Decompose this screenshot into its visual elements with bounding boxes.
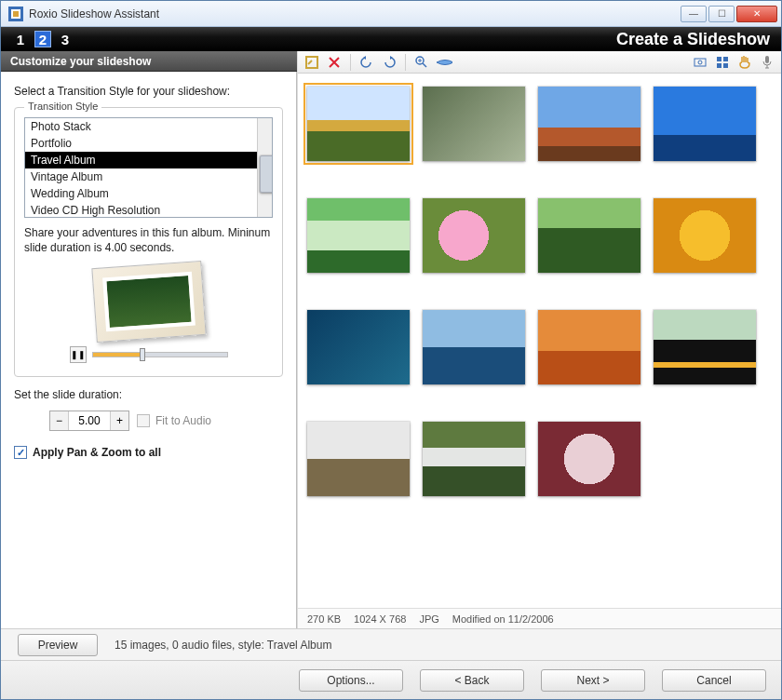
thumbnail-forest-path[interactable] [307,198,410,273]
transition-description: Share your adventures in this fun album.… [24,225,273,255]
thumbnail-meadow-trees[interactable] [538,198,640,273]
apply-pan-zoom-checkbox[interactable]: ✓ [14,446,27,459]
preview-slider[interactable] [92,352,228,357]
step-bar-title: Create a Slideshow [616,30,770,49]
thumbnail-desert-butte[interactable] [538,87,640,161]
identify-icon[interactable] [692,54,708,71]
toolbar-separator [405,54,406,71]
list-item[interactable]: Video CD High Resolution [25,202,257,218]
apply-pan-zoom-label: Apply Pan & Zoom to all [33,446,161,459]
subheader: Customize your slideshow [1,51,297,72]
preview-button[interactable]: Preview [18,634,98,656]
svg-point-6 [698,61,702,64]
app-window: Roxio Slideshow Assistant — ☐ ✕ 1 2 3 Cr… [0,0,782,700]
maximize-button[interactable]: ☐ [708,6,735,22]
panorama-icon[interactable] [436,54,452,71]
step-1[interactable]: 1 [12,31,29,47]
preview-progress: ❚❚ [70,346,228,363]
delete-icon[interactable] [326,54,343,71]
svg-rect-7 [717,57,721,61]
duration-row: − + Fit to Audio [14,411,283,431]
thumbnail-orange-flowers[interactable] [654,198,756,273]
gallery-toolbar [298,51,781,74]
slider-thumb[interactable] [140,348,145,361]
thumbnail-glacier-lagoon[interactable] [654,87,756,161]
scroll-thumb[interactable] [260,155,273,193]
mic-icon[interactable] [759,54,775,71]
duration-stepper[interactable]: − + [49,411,129,431]
svg-rect-10 [723,63,728,68]
duration-input[interactable] [69,411,110,430]
svg-rect-2 [13,11,19,17]
edit-icon[interactable] [303,54,320,71]
cancel-button[interactable]: Cancel [662,669,766,692]
svg-rect-3 [306,57,317,68]
thumbnail-autumn-trees[interactable] [307,87,410,161]
step-2[interactable]: 2 [34,31,51,47]
titlebar: Roxio Slideshow Assistant — ☐ ✕ [1,1,781,27]
close-button[interactable]: ✕ [736,6,777,22]
next-button[interactable]: Next > [541,669,645,692]
toolbar-separator [350,54,351,71]
transition-legend: Transition Style [24,101,101,112]
summary-text: 15 images, 0 audio files, style: Travel … [115,639,331,652]
fit-to-audio-checkbox[interactable] [137,414,150,427]
svg-rect-11 [765,56,769,63]
rotate-left-icon[interactable] [358,54,375,71]
fit-to-audio-label: Fit to Audio [155,414,211,427]
thumbnail-whale-tail[interactable] [423,310,525,384]
list-scrollbar[interactable] [257,118,272,217]
options-button[interactable]: Options... [299,669,403,692]
window-title: Roxio Slideshow Assistant [29,7,681,20]
transition-preview [91,261,206,343]
svg-rect-5 [694,59,706,66]
svg-rect-9 [717,63,721,68]
minimize-button[interactable]: — [681,6,707,22]
wizard-steps: 1 2 3 [12,31,74,47]
status-format: JPG [419,613,438,625]
duration-label: Set the slide duration: [14,388,283,401]
list-item[interactable]: Portfolio [25,135,257,152]
right-panel: 270 KB 1024 X 768 JPG Modified on 11/2/2… [297,51,781,628]
step-3[interactable]: 3 [57,31,74,47]
hand-icon[interactable] [736,54,753,71]
duration-increment[interactable]: + [110,411,128,430]
apply-pan-zoom[interactable]: ✓ Apply Pan & Zoom to all [14,446,283,459]
footer-actions: Options... < Back Next > Cancel [1,660,781,699]
status-dimensions: 1024 X 768 [354,613,406,625]
left-panel: Customize your slideshow Select a Transi… [1,51,297,628]
thumbnail-sand-dunes[interactable] [538,310,640,384]
status-size: 270 KB [307,613,341,625]
list-item[interactable]: Vintage Album [25,168,257,185]
duration-decrement[interactable]: − [50,411,69,430]
thumbnail-waterfall[interactable] [423,422,525,496]
content: Customize your slideshow Select a Transi… [1,51,781,628]
back-button[interactable]: < Back [420,669,524,692]
zoom-icon[interactable] [413,54,430,71]
window-controls: — ☐ ✕ [681,6,777,22]
list-item[interactable]: Travel Album [25,152,257,168]
left-body: Select a Transition Style for your slide… [1,72,296,628]
thumbnail-bare-trees-fog[interactable] [307,422,410,496]
grid-icon[interactable] [714,54,731,71]
footer-summary: Preview 15 images, 0 audio files, style:… [1,628,781,660]
transition-fieldset: Transition Style Photo Stack Portfolio T… [14,107,283,377]
thumbnail-mountain-stream[interactable] [423,87,525,161]
list-item[interactable]: Photo Stack [25,118,257,135]
thumbnail-sea-turtle[interactable] [307,310,410,384]
thumbnail-frosty-leaves[interactable] [538,422,640,496]
step-bar: 1 2 3 Create a Slideshow [1,27,781,51]
pause-button[interactable]: ❚❚ [70,346,87,363]
list-item[interactable]: Wedding Album [25,185,257,202]
thumbnail-gallery [298,74,781,608]
thumbnail-pink-blossom[interactable] [423,198,525,273]
transition-select-label: Select a Transition Style for your slide… [14,85,283,98]
svg-rect-8 [723,57,728,61]
status-bar: 270 KB 1024 X 768 JPG Modified on 11/2/2… [298,608,781,628]
status-modified: Modified on 11/2/2006 [452,613,554,625]
fit-to-audio[interactable]: Fit to Audio [137,414,211,427]
rotate-right-icon[interactable] [381,54,398,71]
thumbnail-toucan[interactable] [654,310,756,384]
transition-listbox[interactable]: Photo Stack Portfolio Travel Album Vinta… [24,117,273,218]
app-icon [8,7,23,21]
